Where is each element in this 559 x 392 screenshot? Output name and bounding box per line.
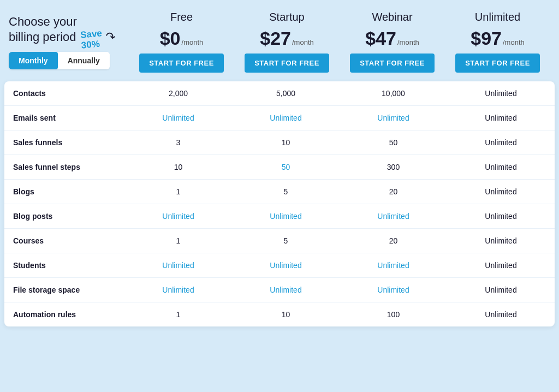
monthly-button[interactable]: Monthly [9, 52, 58, 69]
feature-val-2-0: 3 [124, 130, 232, 155]
feature-val-3-0: 10 [124, 155, 232, 180]
feature-val-9-1: 10 [232, 302, 340, 327]
feature-val-2-1: 10 [232, 130, 340, 155]
feature-val-0-3: Unlimited [447, 81, 555, 106]
feature-name-7: Students [4, 253, 124, 278]
price-period: /month [503, 38, 525, 46]
plan-col-webinar: Webinar $47 /month START FOR FREE [340, 11, 445, 73]
feature-val-1-1: Unlimited [232, 106, 340, 130]
feature-val-6-3: Unlimited [447, 229, 555, 253]
feature-name-5: Blog posts [4, 204, 124, 229]
table-row: Emails sentUnlimitedUnlimitedUnlimitedUn… [4, 106, 555, 130]
price-period: /month [397, 38, 419, 46]
feature-val-4-1: 5 [232, 180, 340, 204]
plan-name-unlimited: Unlimited [475, 11, 520, 23]
feature-val-0-2: 10,000 [340, 81, 447, 106]
feature-val-7-3: Unlimited [447, 253, 555, 278]
plan-price-free: $0 /month [160, 28, 204, 49]
feature-val-9-3: Unlimited [447, 302, 555, 327]
feature-name-1: Emails sent [4, 106, 124, 130]
price-amount: $27 [260, 28, 291, 49]
feature-val-5-2: Unlimited [340, 204, 447, 229]
table-row: StudentsUnlimitedUnlimitedUnlimitedUnlim… [4, 253, 555, 278]
feature-val-4-3: Unlimited [447, 180, 555, 204]
feature-val-0-0: 2,000 [124, 81, 232, 106]
plan-col-unlimited: Unlimited $97 /month START FOR FREE [445, 11, 550, 73]
table-row: Sales funnel steps1050300Unlimited [4, 155, 555, 180]
save-badge: Save30% [80, 28, 103, 51]
feature-val-3-3: Unlimited [447, 155, 555, 180]
feature-val-1-3: Unlimited [447, 106, 555, 130]
table-row: Sales funnels31050Unlimited [4, 130, 555, 155]
feature-val-6-0: 1 [124, 229, 232, 253]
price-amount: $0 [160, 28, 181, 49]
plan-price-webinar: $47 /month [365, 28, 419, 49]
table-row: Automation rules110100Unlimited [4, 302, 555, 327]
billing-title-line1: Choose your [9, 14, 129, 30]
feature-val-7-0: Unlimited [124, 253, 232, 278]
feature-val-9-2: 100 [340, 302, 447, 327]
feature-val-2-2: 50 [340, 130, 447, 155]
plan-col-free: Free $0 /month START FOR FREE [129, 11, 234, 73]
plan-col-startup: Startup $27 /month START FOR FREE [234, 11, 340, 73]
table-row: Courses1520Unlimited [4, 229, 555, 253]
feature-val-5-1: Unlimited [232, 204, 340, 229]
feature-name-4: Blogs [4, 180, 124, 204]
plan-name-webinar: Webinar [372, 11, 412, 23]
feature-val-9-0: 1 [124, 302, 232, 327]
start-button-unlimited[interactable]: START FOR FREE [455, 54, 540, 73]
feature-val-8-1: Unlimited [232, 278, 340, 302]
feature-val-0-1: 5,000 [232, 81, 340, 106]
table-row: Contacts2,0005,00010,000Unlimited [4, 81, 555, 106]
feature-val-1-0: Unlimited [124, 106, 232, 130]
start-button-startup[interactable]: START FOR FREE [245, 54, 329, 73]
billing-title-line2: billing period [9, 29, 76, 45]
arrow-icon: ↷ [104, 29, 117, 46]
feature-val-8-3: Unlimited [447, 278, 555, 302]
price-period: /month [182, 38, 204, 46]
feature-val-4-2: 20 [340, 180, 447, 204]
feature-name-6: Courses [4, 229, 124, 253]
feature-val-3-1: 50 [232, 155, 340, 180]
feature-val-8-0: Unlimited [124, 278, 232, 302]
feature-name-0: Contacts [4, 81, 124, 106]
feature-val-5-0: Unlimited [124, 204, 232, 229]
plan-name-free: Free [170, 11, 193, 23]
table-row: Blogs1520Unlimited [4, 180, 555, 204]
feature-val-7-1: Unlimited [232, 253, 340, 278]
annually-button[interactable]: Annually [58, 52, 110, 69]
price-amount: $97 [471, 28, 502, 49]
plan-price-startup: $27 /month [260, 28, 313, 49]
price-amount: $47 [365, 28, 396, 49]
feature-val-8-2: Unlimited [340, 278, 447, 302]
feature-val-7-2: Unlimited [340, 253, 447, 278]
feature-name-8: File storage space [4, 278, 124, 302]
feature-val-1-2: Unlimited [340, 106, 447, 130]
plan-price-unlimited: $97 /month [471, 28, 524, 49]
feature-val-6-2: 20 [340, 229, 447, 253]
feature-val-4-0: 1 [124, 180, 232, 204]
feature-name-2: Sales funnels [4, 130, 124, 155]
start-button-webinar[interactable]: START FOR FREE [350, 54, 435, 73]
plan-name-startup: Startup [269, 11, 304, 23]
feature-name-9: Automation rules [4, 302, 124, 327]
table-row: Blog postsUnlimitedUnlimitedUnlimitedUnl… [4, 204, 555, 229]
start-button-free[interactable]: START FOR FREE [139, 54, 224, 73]
feature-val-6-1: 5 [232, 229, 340, 253]
feature-name-3: Sales funnel steps [4, 155, 124, 180]
feature-val-3-2: 300 [340, 155, 447, 180]
billing-toggle: Monthly Annually [9, 52, 110, 69]
feature-val-5-3: Unlimited [447, 204, 555, 229]
table-row: File storage spaceUnlimitedUnlimitedUnli… [4, 278, 555, 302]
feature-val-2-3: Unlimited [447, 130, 555, 155]
price-period: /month [292, 38, 314, 46]
